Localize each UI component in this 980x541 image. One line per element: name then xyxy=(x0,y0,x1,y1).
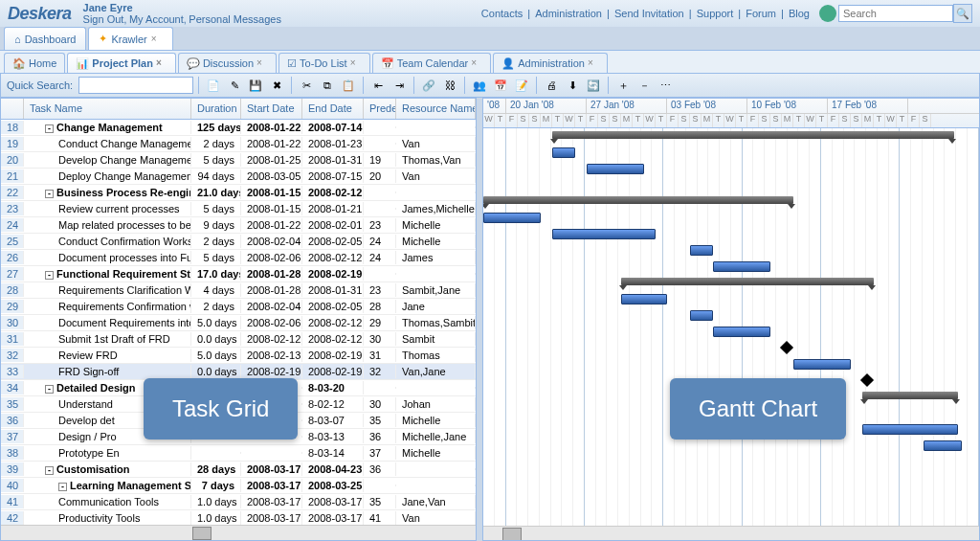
cell-predecessors[interactable]: 30 xyxy=(364,397,396,411)
gantt-task-bar[interactable] xyxy=(552,229,656,239)
tb-resources[interactable]: 👥 xyxy=(470,76,489,95)
cell-duration[interactable]: 125 days xyxy=(191,121,241,134)
cell-predecessors[interactable] xyxy=(364,208,396,210)
gantt-task-bar[interactable] xyxy=(713,327,770,337)
cell-predecessors[interactable]: 32 xyxy=(364,365,396,378)
tb-zoom-in[interactable]: ＋ xyxy=(613,76,633,95)
cell-enddate[interactable]: 2008-03-17 xyxy=(302,495,364,508)
cell-resources[interactable] xyxy=(396,387,476,389)
close-icon[interactable]: × xyxy=(151,34,163,45)
cell-resources[interactable]: Van xyxy=(396,137,476,150)
tb-calendar[interactable]: 📅 xyxy=(491,76,510,95)
tb-indent[interactable]: ⇥ xyxy=(390,76,409,95)
nav-administration[interactable]: Administration xyxy=(535,8,602,19)
cell-duration[interactable]: 0.0 days xyxy=(191,332,241,346)
cell-taskname[interactable]: Design / Pro xyxy=(24,430,191,443)
sub-tab-project-plan[interactable]: 📊Project Plan× xyxy=(67,53,176,73)
cell-taskname[interactable]: FRD Sign-off xyxy=(24,365,191,378)
cell-startdate[interactable]: 2008-01-15 xyxy=(241,202,302,215)
sub-tab-team-calendar[interactable]: 📅Team Calendar× xyxy=(372,53,492,73)
cell-startdate[interactable]: 2008-03-17 xyxy=(241,479,302,492)
cell-resources[interactable]: Michelle xyxy=(396,446,476,460)
cell-predecessors[interactable] xyxy=(364,273,396,275)
scroll-thumb[interactable] xyxy=(502,528,522,541)
cell-taskname[interactable]: Conduct Change Management Pl xyxy=(24,137,191,150)
cell-taskname[interactable]: Submit 1st Draft of FRD xyxy=(24,332,191,346)
col-enddate[interactable]: End Date xyxy=(302,99,364,119)
cell-taskname[interactable]: Deploy Change Management Act xyxy=(24,169,191,183)
cell-enddate[interactable]: 8-02-12 xyxy=(302,397,364,411)
cell-resources[interactable]: Thomas,Van xyxy=(396,153,476,167)
col-taskname[interactable]: Task Name xyxy=(24,99,191,119)
table-row[interactable]: 23Review current processes5 days2008-01-… xyxy=(1,201,476,217)
cell-startdate[interactable]: 2008-01-28 xyxy=(241,283,302,297)
cell-duration[interactable]: 5.0 days xyxy=(191,349,241,362)
cell-predecessors[interactable] xyxy=(364,126,396,128)
tab-dashboard[interactable]: ⌂ Dashboard xyxy=(4,27,86,50)
tb-cut[interactable]: ✂ xyxy=(297,76,316,95)
cell-duration[interactable]: 28 days xyxy=(191,462,241,476)
cell-startdate[interactable]: 2008-02-19 xyxy=(241,365,302,378)
gantt-task-bar[interactable] xyxy=(862,424,958,435)
cell-startdate[interactable]: 2008-02-06 xyxy=(241,316,302,329)
search-button[interactable]: 🔍 xyxy=(953,4,972,23)
cell-resources[interactable]: Van xyxy=(396,169,476,183)
cell-enddate[interactable]: 2008-03-17 xyxy=(302,511,364,525)
gantt-task-bar[interactable] xyxy=(924,440,962,451)
cell-resources[interactable] xyxy=(396,468,476,470)
cell-enddate[interactable]: 2008-02-19 xyxy=(302,267,364,281)
personal-messages-link[interactable]: Personal Messages xyxy=(189,13,281,25)
table-row[interactable]: 41Communication Tools1.0 days2008-03-172… xyxy=(1,494,476,510)
cell-taskname[interactable]: Develop Change Management Pl xyxy=(24,153,191,167)
close-icon[interactable]: × xyxy=(471,57,482,69)
cell-predecessors[interactable]: 36 xyxy=(364,462,396,476)
table-row[interactable]: 18-Change Management125 days2008-01-2220… xyxy=(1,120,476,136)
tb-edit[interactable]: ✎ xyxy=(225,76,244,95)
cell-predecessors[interactable]: 28 xyxy=(364,300,396,313)
table-row[interactable]: 42Productivity Tools1.0 days2008-03-1720… xyxy=(1,510,476,525)
tb-paste[interactable]: 📋 xyxy=(339,76,358,95)
cell-taskname[interactable]: Requirements Confirmation work xyxy=(24,300,191,313)
cell-predecessors[interactable] xyxy=(364,192,396,193)
gantt-task-bar[interactable] xyxy=(552,147,575,158)
cell-resources[interactable]: Johan xyxy=(396,397,476,411)
gantt-task-bar[interactable] xyxy=(690,245,713,256)
cell-enddate[interactable]: 2008-02-12 xyxy=(302,186,364,199)
cell-taskname[interactable]: Document processes into Functi xyxy=(24,251,191,264)
gantt-summary-bar[interactable] xyxy=(862,392,958,399)
cell-predecessors[interactable]: 41 xyxy=(364,511,396,525)
cell-duration[interactable]: 5.0 days xyxy=(191,316,241,329)
gantt-task-bar[interactable] xyxy=(690,310,713,321)
table-row[interactable]: 36Develop det8-03-0735Michelle xyxy=(1,413,476,429)
table-row[interactable]: 35Understand8-02-1230Johan xyxy=(1,396,476,413)
cell-taskname[interactable]: Review FRD xyxy=(24,349,191,362)
cell-resources[interactable]: Sambit,Jane xyxy=(396,283,476,297)
cell-enddate[interactable]: 2008-02-01 xyxy=(302,218,364,232)
cell-enddate[interactable]: 2008-02-12 xyxy=(302,316,364,329)
table-row[interactable]: 32Review FRD5.0 days2008-02-132008-02-19… xyxy=(1,348,476,364)
cell-duration[interactable]: 5 days xyxy=(191,202,241,215)
cell-startdate[interactable]: 2008-01-28 xyxy=(241,267,302,281)
sub-tab-discussion[interactable]: 💬Discussion× xyxy=(178,53,277,73)
cell-duration[interactable]: 5 days xyxy=(191,153,241,167)
cell-duration[interactable]: 21.0 days xyxy=(191,186,241,199)
scroll-thumb[interactable] xyxy=(192,527,212,540)
cell-enddate[interactable]: 2008-04-23 xyxy=(302,462,364,476)
cell-duration[interactable]: 17.0 days xyxy=(191,267,241,281)
quick-search-input[interactable] xyxy=(78,77,193,94)
cell-enddate[interactable]: 2008-03-25 xyxy=(302,479,364,492)
cell-resources[interactable]: James,Michelle xyxy=(396,202,476,215)
cell-enddate[interactable]: 2008-01-31 xyxy=(302,153,364,167)
close-icon[interactable]: × xyxy=(156,57,167,69)
table-row[interactable]: 40-Learning Management Syste7 days2008-0… xyxy=(1,478,476,494)
cell-duration[interactable]: 2 days xyxy=(191,235,241,248)
table-row[interactable]: 30Document Requirements into FRD5.0 days… xyxy=(1,315,476,331)
cell-startdate[interactable]: 2008-02-06 xyxy=(241,251,302,264)
sign-out-link[interactable]: Sign Out xyxy=(83,13,124,25)
table-row[interactable]: 34-Detailed Design8-03-20 xyxy=(1,380,476,396)
table-row[interactable]: 29Requirements Confirmation work2 days20… xyxy=(1,299,476,315)
cell-predecessors[interactable]: 23 xyxy=(364,218,396,232)
tb-copy[interactable]: ⧉ xyxy=(318,76,337,95)
close-icon[interactable]: × xyxy=(588,57,599,69)
cell-startdate[interactable] xyxy=(241,403,302,405)
